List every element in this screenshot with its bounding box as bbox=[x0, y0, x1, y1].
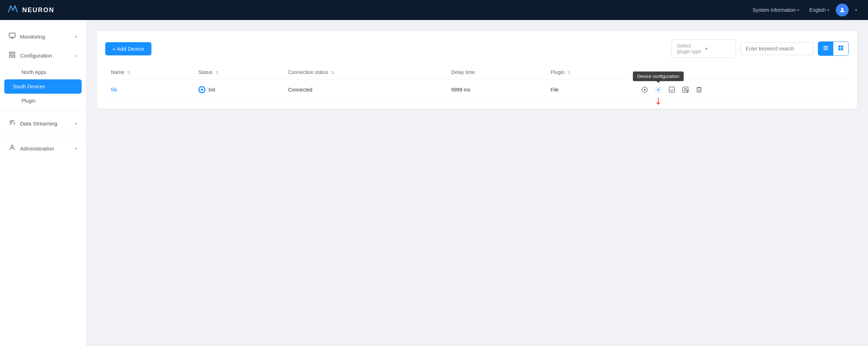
svg-rect-6 bbox=[10, 55, 12, 58]
header-right: System Information ▾ English ▾ ▾ bbox=[749, 4, 861, 16]
data-streaming-chevron-icon: ▾ bbox=[75, 121, 77, 126]
svg-rect-12 bbox=[838, 45, 840, 48]
monitoring-chevron-icon: ▾ bbox=[75, 34, 77, 39]
view-toggle bbox=[818, 41, 849, 56]
administration-chevron-icon: ▾ bbox=[75, 146, 77, 151]
col-plugin: Plugin ⇅ bbox=[545, 65, 634, 80]
toolbar: + Add Device Select plugin type ▾ bbox=[105, 39, 849, 58]
arrow-indicator bbox=[658, 98, 659, 105]
actions-cell: Device configuration bbox=[640, 85, 843, 95]
col-connection-status: Connection status ⇅ bbox=[282, 65, 446, 80]
table-header: Name ⇅ Status ⇅ Connection status ⇅ De bbox=[105, 65, 849, 80]
delay-time-label: 9999 ms bbox=[451, 87, 471, 93]
col-delay-time: Delay time bbox=[446, 65, 545, 80]
configuration-icon bbox=[9, 51, 16, 60]
language-chevron: ▾ bbox=[827, 8, 829, 13]
sidebar-item-north-apps[interactable]: North Apps bbox=[0, 65, 86, 79]
connection-status-label: Connected bbox=[288, 87, 312, 93]
monitoring-label: Monitoring bbox=[20, 34, 71, 40]
svg-rect-11 bbox=[823, 49, 828, 50]
sidebar-item-configuration[interactable]: Configuration ∧ bbox=[0, 46, 86, 65]
data-streaming-icon bbox=[9, 119, 16, 128]
plugin-sort-icon[interactable]: ⇅ bbox=[567, 70, 571, 75]
plugin-type-select[interactable]: Select plugin type ▾ bbox=[671, 39, 736, 58]
svg-marker-17 bbox=[644, 89, 646, 91]
app-header: NEURON System Information ▾ English ▾ ▾ bbox=[0, 0, 868, 20]
sidebar-item-administration[interactable]: Administration ▾ bbox=[0, 139, 86, 158]
user-menu-expand-button[interactable]: ▾ bbox=[852, 6, 861, 15]
plugin-label: Plugin bbox=[21, 98, 35, 104]
north-apps-label: North Apps bbox=[21, 69, 46, 75]
status-label: Init bbox=[208, 87, 215, 93]
user-chevron-icon: ▾ bbox=[855, 8, 857, 13]
svg-rect-19 bbox=[669, 87, 674, 93]
monitoring-icon bbox=[9, 32, 16, 41]
svg-rect-15 bbox=[841, 48, 843, 50]
plugin-select-chevron-icon: ▾ bbox=[705, 46, 731, 51]
row-actions-cell: Device configuration bbox=[634, 80, 849, 100]
row-name-cell: file bbox=[105, 80, 193, 100]
language-label: English bbox=[809, 7, 826, 13]
system-info-label: System Information bbox=[752, 7, 796, 13]
svg-point-1 bbox=[14, 5, 16, 7]
configuration-label: Configuration bbox=[20, 53, 70, 59]
play-button[interactable] bbox=[640, 85, 650, 95]
svg-point-8 bbox=[11, 145, 14, 148]
row-plugin-cell: File bbox=[545, 80, 634, 100]
list-view-icon bbox=[823, 46, 829, 52]
system-info-chevron: ▾ bbox=[797, 8, 799, 13]
language-button[interactable]: English ▾ bbox=[806, 5, 833, 15]
svg-rect-7 bbox=[13, 55, 15, 58]
device-config-button[interactable] bbox=[653, 85, 663, 95]
connection-sort-icon[interactable]: ⇅ bbox=[331, 70, 334, 75]
grid-view-button[interactable] bbox=[833, 42, 848, 55]
svg-point-2 bbox=[841, 8, 843, 10]
config-button-container: Device configuration bbox=[653, 85, 663, 95]
system-info-button[interactable]: System Information ▾ bbox=[749, 5, 803, 15]
svg-point-18 bbox=[657, 89, 659, 91]
svg-rect-5 bbox=[13, 52, 15, 54]
col-name: Name ⇅ bbox=[105, 65, 193, 80]
plugin-name-label: File bbox=[551, 87, 559, 93]
configuration-chevron-icon: ∧ bbox=[74, 53, 77, 58]
administration-icon bbox=[9, 144, 16, 153]
svg-rect-13 bbox=[841, 45, 843, 48]
svg-rect-4 bbox=[10, 52, 12, 54]
status-sort-icon[interactable]: ⇅ bbox=[215, 70, 219, 75]
logo-icon bbox=[7, 3, 19, 17]
table-body: file Init Connected 9999 ms bbox=[105, 80, 849, 100]
sidebar-divider-1 bbox=[0, 111, 86, 111]
sidebar-divider-2 bbox=[0, 136, 86, 136]
svg-rect-10 bbox=[823, 48, 828, 48]
sidebar-item-data-streaming[interactable]: Data Streaming ▾ bbox=[0, 114, 86, 133]
file-link[interactable]: file bbox=[111, 87, 117, 93]
name-sort-icon[interactable]: ⇅ bbox=[127, 70, 130, 75]
row-status-cell: Init bbox=[193, 80, 282, 100]
list-view-button[interactable] bbox=[818, 42, 833, 55]
logo-area: NEURON bbox=[7, 3, 749, 17]
sidebar-item-plugin[interactable]: Plugin bbox=[0, 94, 86, 108]
data-streaming-label: Data Streaming bbox=[20, 120, 71, 127]
add-device-button[interactable]: + Add Device bbox=[105, 42, 151, 55]
search-input[interactable] bbox=[740, 42, 814, 55]
svg-rect-3 bbox=[9, 33, 15, 38]
sidebar-item-south-devices[interactable]: South Devices bbox=[4, 79, 82, 94]
logo-text: NEURON bbox=[22, 6, 54, 14]
grid-view-icon bbox=[838, 46, 844, 52]
col-status: Status ⇅ bbox=[193, 65, 282, 80]
user-avatar-button[interactable] bbox=[836, 4, 849, 16]
stats-button[interactable] bbox=[667, 85, 677, 95]
tags-button[interactable] bbox=[680, 85, 690, 95]
table-row: file Init Connected 9999 ms bbox=[105, 80, 849, 100]
add-device-label: + Add Device bbox=[112, 46, 144, 52]
col-actions bbox=[634, 65, 849, 80]
svg-rect-14 bbox=[838, 48, 840, 50]
plugin-type-placeholder: Select plugin type bbox=[677, 43, 702, 54]
delete-button[interactable] bbox=[694, 85, 704, 95]
svg-rect-9 bbox=[823, 46, 828, 47]
svg-point-0 bbox=[10, 5, 11, 7]
sidebar-item-monitoring[interactable]: Monitoring ▾ bbox=[0, 27, 86, 46]
row-delay-cell: 9999 ms bbox=[446, 80, 545, 100]
sidebar: Monitoring ▾ Configuration ∧ North Apps … bbox=[0, 20, 86, 346]
content-card: + Add Device Select plugin type ▾ bbox=[97, 31, 857, 109]
